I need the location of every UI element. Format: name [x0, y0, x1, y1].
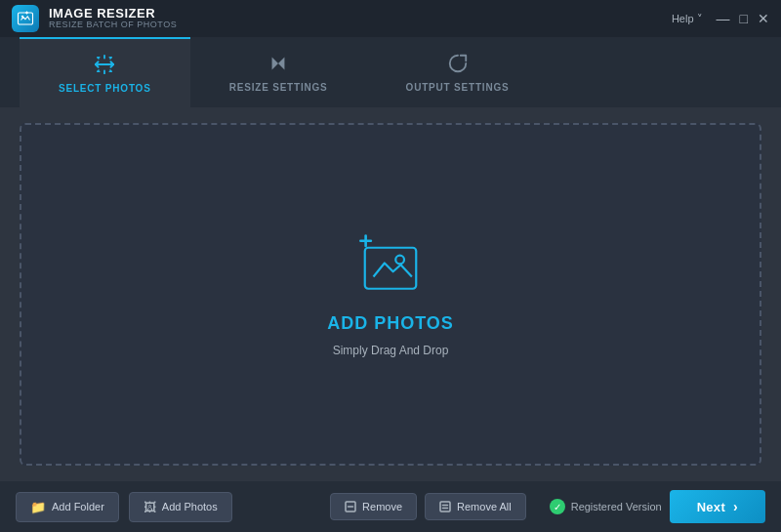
next-arrow-icon: ›	[733, 499, 738, 514]
tab-output-settings-label: OUTPUT SETTINGS	[406, 82, 510, 93]
main-content: ADD PHOTOS Simply Drag And Drop	[0, 107, 781, 481]
app-subtitle: RESIZE BATCH OF PHOTOS	[49, 20, 177, 30]
svg-rect-15	[440, 502, 450, 512]
add-photos-label: ADD PHOTOS	[327, 313, 454, 334]
tab-select-photos[interactable]: SELECT PHOTOS	[20, 37, 190, 107]
add-photos-icon	[351, 232, 430, 304]
svg-marker-7	[272, 57, 278, 69]
output-settings-icon	[447, 53, 469, 77]
remove-all-icon	[439, 501, 451, 512]
remove-button[interactable]: Remove	[330, 493, 417, 520]
svg-point-10	[395, 255, 404, 264]
svg-marker-8	[278, 57, 284, 69]
title-bar: IMAGE RESIZER RESIZE BATCH OF PHOTOS Hel…	[0, 0, 781, 37]
window-controls: — □ ✕	[717, 12, 769, 25]
bottom-right-actions: Remove Remove All ✓ Registered Version N…	[330, 490, 765, 523]
app-title: IMAGE RESIZER	[49, 7, 177, 20]
add-folder-button[interactable]: 📁 Add Folder	[16, 492, 119, 522]
registered-version: ✓ Registered Version	[550, 499, 662, 514]
remove-all-button[interactable]: Remove All	[425, 493, 526, 520]
photo-icon: 🖼	[144, 500, 156, 514]
folder-icon: 📁	[30, 500, 46, 514]
bottom-left-actions: 📁 Add Folder 🖼 Add Photos	[16, 492, 232, 522]
check-icon: ✓	[550, 499, 565, 514]
minimize-button[interactable]: —	[717, 12, 730, 25]
close-button[interactable]: ✕	[758, 12, 769, 25]
tab-output-settings[interactable]: OUTPUT SETTINGS	[367, 37, 549, 107]
tab-resize-settings[interactable]: RESIZE SETTINGS	[190, 37, 367, 107]
tab-resize-settings-label: RESIZE SETTINGS	[229, 82, 328, 93]
resize-settings-icon	[267, 53, 289, 77]
remove-icon	[345, 501, 356, 512]
drag-hint: Simply Drag And Drop	[333, 344, 449, 357]
tab-bar: SELECT PHOTOS RESIZE SETTINGS OUTPUT SET…	[0, 37, 781, 107]
add-photos-button[interactable]: 🖼 Add Photos	[129, 492, 232, 522]
next-button[interactable]: Next ›	[670, 490, 765, 523]
select-photos-icon	[94, 54, 115, 78]
bottom-bar: 📁 Add Folder 🖼 Add Photos Remove	[0, 481, 781, 532]
help-button[interactable]: Help ˅	[672, 13, 703, 25]
svg-point-1	[21, 16, 23, 18]
drop-zone[interactable]: ADD PHOTOS Simply Drag And Drop	[20, 123, 761, 466]
app-icon	[12, 5, 39, 32]
app-title-group: IMAGE RESIZER RESIZE BATCH OF PHOTOS	[49, 7, 177, 30]
title-bar-left: IMAGE RESIZER RESIZE BATCH OF PHOTOS	[12, 5, 177, 32]
title-bar-right: Help ˅ — □ ✕	[672, 12, 769, 25]
tab-select-photos-label: SELECT PHOTOS	[59, 83, 151, 94]
maximize-button[interactable]: □	[740, 12, 748, 25]
